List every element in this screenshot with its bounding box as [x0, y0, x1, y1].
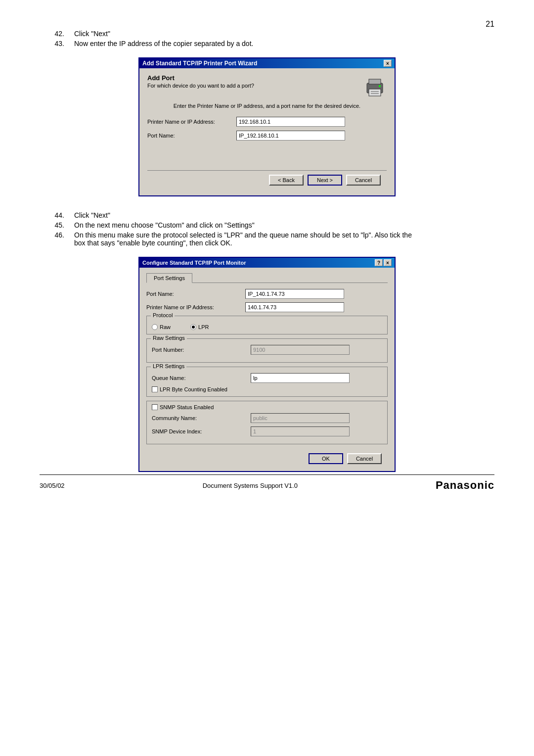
- lpr-settings-legend: LPR Settings: [151, 363, 186, 369]
- footer-center: Document Systems Support V1.0: [203, 482, 298, 489]
- steps-top: 42. Click "Next" 43. Now enter the IP ad…: [40, 30, 494, 47]
- dialog2-cancel-button[interactable]: Cancel: [347, 453, 382, 464]
- raw-settings-groupbox: Raw Settings Port Number:: [146, 338, 388, 363]
- dialog2-wrapper: Configure Standard TCP/IP Port Monitor ?…: [40, 257, 494, 472]
- dialog1-controls: ×: [384, 60, 392, 67]
- dialog1-ip-input[interactable]: [236, 117, 345, 127]
- dialog1-wrapper: Add Standard TCP/IP Printer Port Wizard …: [40, 57, 494, 196]
- d2-printer-ip-row: Printer Name or IP Address:: [146, 302, 388, 312]
- radio-lpr-circle[interactable]: [190, 324, 196, 330]
- queue-name-input[interactable]: [251, 373, 350, 383]
- step-44-num: 44.: [40, 211, 64, 219]
- dialog2-title: Configure Standard TCP/IP Port Monitor: [142, 260, 246, 266]
- protocol-radio-group: Raw LPR: [152, 321, 382, 330]
- community-name-label: Community Name:: [152, 415, 251, 421]
- dialog1-back-button[interactable]: < Back: [269, 175, 304, 186]
- lpr-settings-groupbox: LPR Settings Queue Name: LPR Byte Counti…: [146, 367, 388, 397]
- footer-date: 30/05/02: [40, 482, 65, 489]
- footer-bar: 30/05/02 Document Systems Support V1.0 P…: [40, 474, 494, 492]
- dialog2-controls: ? ×: [375, 259, 392, 266]
- lpr-byte-counting-row[interactable]: LPR Byte Counting Enabled: [152, 386, 382, 392]
- dialog1-instruction: Enter the Printer Name or IP address, an…: [147, 103, 387, 109]
- raw-settings-content: Port Number:: [152, 342, 382, 355]
- d2-port-name-row: Port Name:: [146, 289, 388, 299]
- queue-name-row: Queue Name:: [152, 373, 382, 383]
- snmp-legend: SNMP Status Enabled: [160, 404, 214, 410]
- printer-icon: [363, 74, 387, 98]
- step-45-num: 45.: [40, 221, 64, 229]
- protocol-legend: Protocol: [151, 312, 175, 318]
- d2-printer-ip-label: Printer Name or IP Address:: [146, 304, 245, 310]
- svg-rect-3: [371, 91, 379, 92]
- dialog1-cancel-button[interactable]: Cancel: [346, 175, 381, 186]
- d2-port-name-input[interactable]: [245, 289, 344, 299]
- snmp-groupbox: SNMP Status Enabled Community Name: SNMP…: [146, 401, 388, 444]
- port-number-input[interactable]: [251, 345, 350, 355]
- step-45-text: On the next menu choose "Custom" and cli…: [74, 221, 255, 229]
- svg-rect-4: [371, 93, 379, 94]
- lpr-settings-content: Queue Name: LPR Byte Counting Enabled: [152, 370, 382, 392]
- radio-raw-circle[interactable]: [152, 324, 158, 330]
- dialog2-titlebar: Configure Standard TCP/IP Port Monitor ?…: [139, 258, 395, 268]
- footer-brand: Panasonic: [436, 479, 494, 492]
- dialog1-port-row: Port Name:: [147, 131, 387, 141]
- community-name-input[interactable]: [251, 413, 350, 423]
- dialog2-footer: OK Cancel: [146, 449, 388, 466]
- lpr-byte-counting-label: LPR Byte Counting Enabled: [160, 386, 227, 392]
- step-46-text: On this menu make sure the protocol sele…: [74, 231, 420, 247]
- dialog1-ip-label: Printer Name or IP Address:: [147, 119, 236, 125]
- dialog1-titlebar: Add Standard TCP/IP Printer Port Wizard …: [139, 58, 395, 68]
- radio-raw-label: Raw: [160, 324, 171, 330]
- tab-port-settings[interactable]: Port Settings: [146, 273, 192, 283]
- svg-point-5: [379, 85, 381, 87]
- d2-port-name-label: Port Name:: [146, 291, 245, 297]
- dialog1-footer: < Back Next > Cancel: [147, 170, 387, 189]
- community-name-row: Community Name:: [152, 413, 382, 423]
- steps-bottom: 44. Click "Next" 45. On the next menu ch…: [40, 211, 494, 247]
- dialog1-section-subtitle: For which device do you want to add a po…: [147, 83, 358, 89]
- dialog1: Add Standard TCP/IP Printer Port Wizard …: [138, 57, 396, 196]
- radio-lpr-item[interactable]: LPR: [190, 324, 209, 330]
- page-number: 21: [486, 20, 494, 29]
- step-44-text: Click "Next": [74, 211, 110, 219]
- dialog1-port-label: Port Name:: [147, 133, 236, 139]
- dialog1-next-button[interactable]: Next >: [308, 175, 342, 186]
- step-43-text: Now enter the IP address of the copier s…: [74, 40, 253, 47]
- dialog2-tabs: Port Settings: [146, 273, 388, 283]
- step-45: 45. On the next menu choose "Custom" and…: [40, 221, 494, 229]
- dialog1-title: Add Standard TCP/IP Printer Port Wizard: [142, 60, 257, 67]
- dialog2-close-btn[interactable]: ×: [384, 259, 392, 266]
- dialog2-help-btn[interactable]: ?: [375, 259, 383, 266]
- snmp-index-row: SNMP Device Index:: [152, 426, 382, 436]
- snmp-index-label: SNMP Device Index:: [152, 428, 251, 434]
- protocol-groupbox: Protocol Raw LPR: [146, 316, 388, 334]
- step-44: 44. Click "Next": [40, 211, 494, 219]
- lpr-byte-counting-checkbox[interactable]: [152, 386, 158, 392]
- dialog2-ok-button[interactable]: OK: [309, 453, 343, 464]
- step-42-num: 42.: [40, 30, 64, 38]
- dialog1-header-area: Add Port For which device do you want to…: [147, 74, 387, 98]
- step-46: 46. On this menu make sure the protocol …: [40, 231, 494, 247]
- port-number-row: Port Number:: [152, 345, 382, 355]
- radio-raw-item[interactable]: Raw: [152, 324, 171, 330]
- dialog1-port-input[interactable]: [236, 131, 345, 141]
- svg-rect-1: [369, 79, 381, 84]
- d2-printer-ip-input[interactable]: [245, 302, 344, 312]
- dialog1-ip-row: Printer Name or IP Address:: [147, 117, 387, 127]
- radio-lpr-label: LPR: [198, 324, 209, 330]
- queue-name-label: Queue Name:: [152, 375, 251, 381]
- raw-settings-legend: Raw Settings: [151, 335, 187, 341]
- dialog1-close-btn[interactable]: ×: [384, 60, 392, 67]
- step-43-num: 43.: [40, 40, 64, 47]
- step-46-num: 46.: [40, 231, 64, 247]
- step-42: 42. Click "Next": [40, 30, 494, 38]
- dialog1-section-header: Add Port: [147, 74, 358, 82]
- port-number-label: Port Number:: [152, 347, 251, 353]
- svg-rect-2: [369, 89, 381, 96]
- dialog2: Configure Standard TCP/IP Port Monitor ?…: [138, 257, 396, 472]
- dialog2-body: Port Settings Port Name: Printer Name or…: [139, 268, 395, 471]
- dialog1-body: Add Port For which device do you want to…: [139, 68, 395, 195]
- snmp-enabled-checkbox[interactable]: [152, 404, 158, 410]
- snmp-index-input[interactable]: [251, 426, 350, 436]
- step-43: 43. Now enter the IP address of the copi…: [40, 40, 494, 47]
